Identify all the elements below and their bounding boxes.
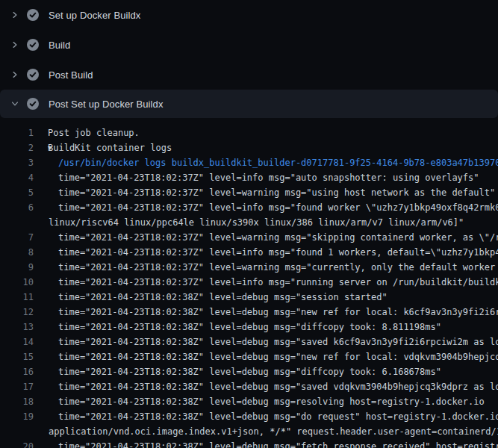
- log-line-number: [0, 215, 34, 230]
- log-line: 11time="2021-04-23T18:02:38Z" level=debu…: [0, 290, 498, 305]
- log-line: 13time="2021-04-23T18:02:38Z" level=debu…: [0, 320, 498, 335]
- actions-log-viewer: Set up Docker BuildxBuildPost BuildPost …: [0, 0, 498, 448]
- log-line-number[interactable]: 12: [0, 305, 34, 320]
- step-row-set-up-docker-buildx[interactable]: Set up Docker Buildx: [0, 0, 498, 30]
- log-line-number[interactable]: 14: [0, 335, 34, 349]
- log-line-number[interactable]: 16: [0, 364, 34, 379]
- log-line: 4time="2021-04-23T18:02:37Z" level=info …: [0, 170, 498, 185]
- log-line-text: time="2021-04-23T18:02:38Z" level=debug …: [34, 335, 498, 349]
- log-line-number[interactable]: 15: [0, 349, 34, 364]
- log-line-text: time="2021-04-23T18:02:37Z" level=info m…: [34, 170, 479, 185]
- log-line-text: time="2021-04-23T18:02:38Z" level=debug …: [34, 439, 498, 448]
- log-line-text: time="2021-04-23T18:02:38Z" level=debug …: [34, 364, 441, 379]
- check-circle-icon: [27, 98, 39, 110]
- log-line: 12time="2021-04-23T18:02:38Z" level=debu…: [0, 305, 498, 320]
- step-title: Post Build: [49, 69, 93, 81]
- log-line-number[interactable]: 4: [0, 170, 34, 185]
- step-title: Post Set up Docker Buildx: [49, 99, 164, 110]
- log-line-text: time="2021-04-23T18:02:37Z" level=warnin…: [34, 185, 495, 200]
- log-line-number[interactable]: 6: [0, 200, 34, 215]
- log-area: 1Post job cleanup.2▼BuildKit container l…: [0, 119, 498, 448]
- log-line: 7time="2021-04-23T18:02:37Z" level=warni…: [0, 230, 498, 245]
- log-line: 1Post job cleanup.: [0, 125, 498, 140]
- log-line-text: linux/riscv64 linux/ppc64le linux/s390x …: [34, 215, 464, 230]
- step-list: Set up Docker BuildxBuildPost BuildPost …: [0, 0, 498, 118]
- log-line: 8time="2021-04-23T18:02:37Z" level=info …: [0, 245, 498, 260]
- log-command-text: /usr/bin/docker logs buildx_buildkit_bui…: [34, 155, 498, 170]
- log-line-text: time="2021-04-23T18:02:38Z" level=debug …: [34, 409, 498, 424]
- group-collapse-icon[interactable]: ▼: [34, 140, 48, 155]
- log-line: 16time="2021-04-23T18:02:38Z" level=debu…: [0, 364, 498, 379]
- check-circle-icon: [27, 9, 39, 21]
- log-line-text: time="2021-04-23T18:02:38Z" level=debug …: [34, 305, 498, 320]
- log-line-number[interactable]: 10: [0, 275, 34, 290]
- log-line-number[interactable]: 3: [0, 155, 34, 170]
- step-row-post-build[interactable]: Post Build: [0, 60, 498, 90]
- log-line-number[interactable]: 2: [0, 140, 34, 155]
- log-line-text: time="2021-04-23T18:02:37Z" level=info m…: [34, 200, 498, 215]
- log-line-number[interactable]: 8: [0, 245, 34, 260]
- log-line-text: time="2021-04-23T18:02:38Z" level=debug …: [34, 320, 441, 335]
- step-title: Build: [49, 40, 70, 51]
- log-line: 15time="2021-04-23T18:02:38Z" level=debu…: [0, 349, 498, 364]
- log-line-number[interactable]: 9: [0, 260, 34, 275]
- chevron-down-icon: [9, 98, 21, 110]
- log-line-text: time="2021-04-23T18:02:38Z" level=debug …: [34, 379, 498, 394]
- log-line-number[interactable]: 20: [0, 439, 34, 448]
- log-line: 19time="2021-04-23T18:02:38Z" level=debu…: [0, 409, 498, 424]
- log-line-number: [0, 424, 34, 439]
- log-line-number[interactable]: 19: [0, 409, 34, 424]
- log-line-number[interactable]: 7: [0, 230, 34, 245]
- check-circle-icon: [27, 39, 39, 51]
- log-line-text: time="2021-04-23T18:02:37Z" level=warnin…: [34, 260, 498, 275]
- log-line-text: time="2021-04-23T18:02:37Z" level=info m…: [34, 275, 498, 290]
- log-line-text: time="2021-04-23T18:02:38Z" level=debug …: [34, 290, 387, 305]
- log-line-number[interactable]: 18: [0, 394, 34, 409]
- log-line-text: time="2021-04-23T18:02:38Z" level=debug …: [34, 394, 485, 409]
- chevron-right-icon: [9, 9, 21, 21]
- log-line-text: time="2021-04-23T18:02:38Z" level=debug …: [34, 349, 498, 364]
- log-group-label[interactable]: BuildKit container logs: [48, 140, 172, 155]
- log-line: 14time="2021-04-23T18:02:38Z" level=debu…: [0, 335, 498, 349]
- log-line: 3/usr/bin/docker logs buildx_buildkit_bu…: [0, 155, 498, 170]
- log-line-number[interactable]: 5: [0, 185, 34, 200]
- log-line: 18time="2021-04-23T18:02:38Z" level=debu…: [0, 394, 498, 409]
- log-line: application/vnd.oci.image.index.v1+json,…: [0, 424, 498, 439]
- log-line: linux/riscv64 linux/ppc64le linux/s390x …: [0, 215, 498, 230]
- log-line-number[interactable]: 13: [0, 320, 34, 335]
- log-line-text: time="2021-04-23T18:02:37Z" level=warnin…: [34, 230, 498, 245]
- log-line: 6time="2021-04-23T18:02:37Z" level=info …: [0, 200, 498, 215]
- log-line-text: time="2021-04-23T18:02:37Z" level=info m…: [34, 245, 498, 260]
- log-line-number[interactable]: 11: [0, 290, 34, 305]
- step-row-post-set-up-docker-buildx[interactable]: Post Set up Docker Buildx: [0, 90, 498, 118]
- step-row-build[interactable]: Build: [0, 30, 498, 60]
- log-line: 2▼BuildKit container logs: [0, 140, 498, 155]
- log-line-text: application/vnd.oci.image.index.v1+json,…: [34, 424, 498, 439]
- check-circle-icon: [27, 69, 39, 81]
- log-line: 9time="2021-04-23T18:02:37Z" level=warni…: [0, 260, 498, 275]
- log-line-number[interactable]: 17: [0, 379, 34, 394]
- log-line: 17time="2021-04-23T18:02:38Z" level=debu…: [0, 379, 498, 394]
- log-line: 20time="2021-04-23T18:02:38Z" level=debu…: [0, 439, 498, 448]
- chevron-right-icon: [9, 39, 21, 51]
- log-line: 5time="2021-04-23T18:02:37Z" level=warni…: [0, 185, 498, 200]
- chevron-right-icon: [9, 69, 21, 81]
- log-line: 10time="2021-04-23T18:02:37Z" level=info…: [0, 275, 498, 290]
- step-title: Set up Docker Buildx: [49, 10, 140, 21]
- log-line-number[interactable]: 1: [0, 125, 34, 140]
- log-line-text: Post job cleanup.: [34, 125, 140, 140]
